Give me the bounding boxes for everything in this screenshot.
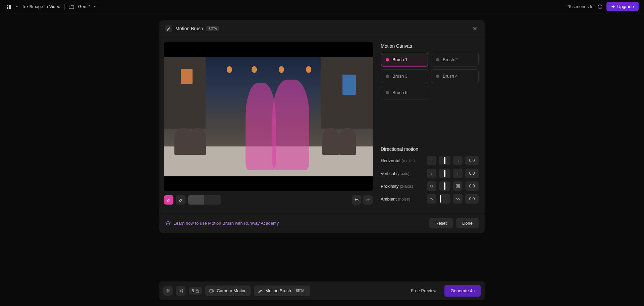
directional-motion-section: Directional motion Horizontal (x-axis) ←… <box>381 146 479 204</box>
horizontal-left-button[interactable]: ← <box>427 156 436 165</box>
modal-body: Motion Canvas Brush 1 Brush 2 Brush 3 Br… <box>159 37 485 213</box>
svg-rect-7 <box>196 291 199 293</box>
ambient-row: Ambient (noise) 0.0 <box>381 194 479 204</box>
settings-panel: Motion Canvas Brush 1 Brush 2 Brush 3 Br… <box>377 37 485 213</box>
vertical-label: Vertical <box>381 171 395 176</box>
horizontal-slider[interactable] <box>439 156 450 165</box>
directional-title: Directional motion <box>381 146 479 152</box>
brush-5-button[interactable]: Brush 5 <box>381 86 428 99</box>
ambient-axis: (noise) <box>398 197 410 202</box>
proximity-slider[interactable] <box>439 181 450 191</box>
brush-mask-person-2 <box>272 80 309 170</box>
brush-5-label: Brush 5 <box>392 90 408 95</box>
seed-value: 5 <box>192 288 194 293</box>
vertical-axis: (y-axis) <box>396 171 409 176</box>
svg-point-5 <box>168 290 169 291</box>
horizontal-axis: (x-axis) <box>401 159 415 163</box>
proximity-value[interactable]: 0.0 <box>465 181 479 191</box>
ambient-high-button[interactable] <box>453 194 463 204</box>
brush-1-button[interactable]: Brush 1 <box>381 53 428 67</box>
svg-rect-3 <box>457 185 459 187</box>
motion-brush-icon <box>165 25 172 32</box>
vertical-down-button[interactable]: ↓ <box>427 169 436 178</box>
motion-brush-button[interactable]: Motion Brush BETA <box>254 286 310 296</box>
brush-grid: Brush 1 Brush 2 Brush 3 Brush 4 Brush 5 <box>381 53 479 99</box>
proximity-axis: (z-axis) <box>400 184 413 189</box>
academy-icon <box>165 221 171 226</box>
learn-link-text: Learn how to use Motion Brush with Runwa… <box>173 221 279 226</box>
brush-4-label: Brush 4 <box>443 74 458 79</box>
vertical-row: Vertical (y-axis) ↓ ↑ 0.0 <box>381 169 479 178</box>
motion-brush-icon <box>258 289 263 293</box>
brush-size-slider[interactable] <box>188 195 221 205</box>
canvas-viewport[interactable] <box>164 42 373 191</box>
modal-title: Motion Brush <box>175 26 203 31</box>
lock-icon <box>195 289 199 293</box>
brush-tool-button[interactable] <box>164 195 173 205</box>
settings-icon[interactable] <box>163 286 173 296</box>
vertical-slider[interactable] <box>439 169 450 178</box>
free-preview-button[interactable]: Free Preview <box>406 286 441 296</box>
motion-brush-label: Motion Brush <box>265 288 291 293</box>
svg-rect-1 <box>431 185 433 187</box>
motion-canvas-title: Motion Canvas <box>381 43 479 49</box>
eraser-tool-button[interactable] <box>176 195 185 205</box>
proximity-label: Proximity <box>381 184 398 189</box>
redo-button[interactable] <box>363 195 373 205</box>
shuffle-icon[interactable] <box>176 286 185 296</box>
proximity-far-button[interactable] <box>427 181 436 191</box>
ambient-low-button[interactable] <box>427 194 436 204</box>
horizontal-right-button[interactable]: → <box>453 156 463 165</box>
camera-motion-button[interactable]: Camera Motion <box>205 286 251 296</box>
svg-rect-8 <box>210 290 213 292</box>
learn-link[interactable]: Learn how to use Motion Brush with Runwa… <box>165 221 279 226</box>
ambient-value[interactable]: 0.0 <box>465 194 479 204</box>
undo-button[interactable] <box>352 195 361 205</box>
horizontal-label: Horizontal <box>381 158 400 163</box>
proximity-row: Proximity (z-axis) 0.0 <box>381 181 479 191</box>
brush-3-button[interactable]: Brush 3 <box>381 69 428 83</box>
ambient-slider[interactable] <box>439 194 450 204</box>
brush-2-label: Brush 2 <box>443 57 458 62</box>
canvas-toolbar <box>164 191 373 209</box>
modal-footer: Learn how to use Motion Brush with Runwa… <box>159 213 485 233</box>
seed-stepper[interactable]: 5 <box>189 287 202 295</box>
vertical-value[interactable]: 0.0 <box>465 169 479 178</box>
canvas-image <box>164 57 373 176</box>
modal-header: Motion Brush BETA <box>159 20 485 37</box>
brush-2-button[interactable]: Brush 2 <box>431 53 479 67</box>
brush-4-button[interactable]: Brush 4 <box>431 69 479 83</box>
vertical-up-button[interactable]: ↑ <box>453 169 463 178</box>
beta-badge: BETA <box>206 26 219 31</box>
bottom-bar: 5 Camera Motion Motion Brush BETA Free P… <box>159 281 485 300</box>
brush-1-label: Brush 1 <box>392 57 408 62</box>
camera-motion-label: Camera Motion <box>217 288 247 293</box>
beta-badge: BETA <box>294 288 306 293</box>
svg-point-4 <box>167 289 168 290</box>
proximity-near-button[interactable] <box>453 181 463 191</box>
svg-point-6 <box>167 291 168 292</box>
modal-backdrop: Motion Brush BETA <box>0 0 644 306</box>
horizontal-row: Horizontal (x-axis) ← → 0.0 <box>381 156 479 165</box>
horizontal-value[interactable]: 0.0 <box>465 156 479 165</box>
done-button[interactable]: Done <box>456 218 479 228</box>
ambient-label: Ambient <box>381 196 397 202</box>
brush-3-label: Brush 3 <box>392 74 408 79</box>
generate-button[interactable]: Generate 4s <box>444 285 481 297</box>
camera-icon <box>209 289 214 293</box>
canvas-panel <box>159 37 377 213</box>
close-icon <box>473 26 477 31</box>
reset-button[interactable]: Reset <box>429 218 453 228</box>
brush-mask-person-1 <box>246 83 276 170</box>
svg-rect-2 <box>456 184 460 188</box>
close-button[interactable] <box>471 25 479 32</box>
motion-brush-modal: Motion Brush BETA <box>159 20 485 233</box>
